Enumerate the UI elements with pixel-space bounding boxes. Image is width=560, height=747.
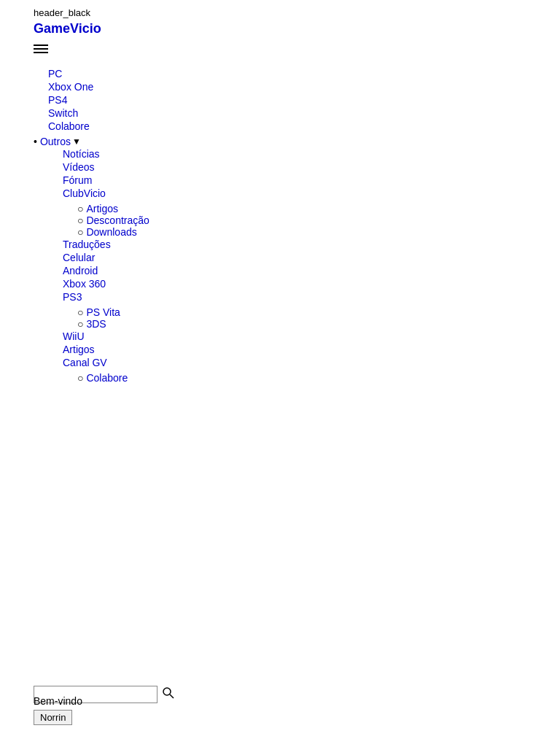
site-title-link[interactable]: GameVicio [34, 21, 101, 36]
submenu-bullet-group1: ○ Artigos ○ Descontração ○ Downloads [34, 203, 560, 238]
welcome-area: Bem-vindo Norrin [34, 695, 82, 725]
nav-colabore-bottom[interactable]: Colabore [86, 372, 128, 384]
nav-ps4[interactable]: PS4 [48, 93, 560, 107]
svg-line-1 [170, 694, 174, 698]
submenu-plain: Notícias Vídeos Fórum ClubVicio [34, 147, 560, 200]
bullet-downloads: ○ Downloads [63, 226, 560, 238]
outros-bullet: • [34, 136, 37, 147]
nav-pc[interactable]: PC [48, 67, 560, 80]
nav-psvita[interactable]: PS Vita [86, 306, 120, 318]
submenu-bullet-group3: ○ Colabore [34, 372, 560, 384]
nav-ps3[interactable]: PS3 [63, 290, 560, 303]
outros-row: • Outros ▼ [34, 136, 560, 147]
nav-clubvicio[interactable]: ClubVicio [63, 187, 560, 200]
bullet-3ds: ○ 3DS [63, 318, 560, 330]
bullet-descontracao: ○ Descontração [63, 214, 560, 226]
outros-link[interactable]: Outros [40, 136, 71, 147]
platform-nav: PC Xbox One PS4 Switch Colabore [34, 67, 560, 133]
nav-container: PC Xbox One PS4 Switch Colabore • Outros… [0, 61, 560, 390]
nav-artigos[interactable]: Artigos [86, 203, 118, 214]
nav-downloads[interactable]: Downloads [86, 226, 136, 238]
nav-switch[interactable]: Switch [48, 107, 560, 120]
nav-3ds[interactable]: 3DS [86, 318, 106, 330]
search-icon [162, 686, 175, 700]
nav-canalgv[interactable]: Canal GV [63, 356, 560, 369]
nav-forum[interactable]: Fórum [63, 174, 560, 187]
outros-arrow: ▼ [72, 136, 81, 147]
nav-videos[interactable]: Vídeos [63, 160, 560, 174]
site-title: GameVicio [0, 20, 560, 39]
svg-point-0 [163, 688, 171, 695]
submenu-bullet-group2: ○ PS Vita ○ 3DS [34, 306, 560, 330]
welcome-text: Bem-vindo [34, 695, 82, 707]
nav-traducoes[interactable]: Traduções [63, 238, 560, 251]
nav-xboxone[interactable]: Xbox One [48, 80, 560, 93]
login-button[interactable]: Norrin [34, 710, 72, 725]
nav-wiiu[interactable]: WiiU [63, 330, 560, 343]
nav-noticias[interactable]: Notícias [63, 147, 560, 160]
bullet-artigos: ○ Artigos [63, 203, 560, 214]
bullet-psvita: ○ PS Vita [63, 306, 560, 318]
bullet-colabore: ○ Colabore [63, 372, 560, 384]
submenu-plain2: Traduções Celular Android Xbox 360 PS3 [34, 238, 560, 303]
nav-colabore-top[interactable]: Colabore [48, 120, 560, 133]
submenu-plain3: WiiU Artigos Canal GV [34, 330, 560, 369]
nav-artigos2[interactable]: Artigos [63, 343, 560, 356]
nav-descontracao[interactable]: Descontração [86, 214, 149, 226]
header-label: header_black [0, 0, 560, 20]
nav-xbox360[interactable]: Xbox 360 [63, 277, 560, 290]
nav-celular[interactable]: Celular [63, 251, 560, 264]
hamburger-menu[interactable] [0, 39, 560, 61]
search-button[interactable] [162, 686, 175, 703]
nav-android[interactable]: Android [63, 264, 560, 277]
